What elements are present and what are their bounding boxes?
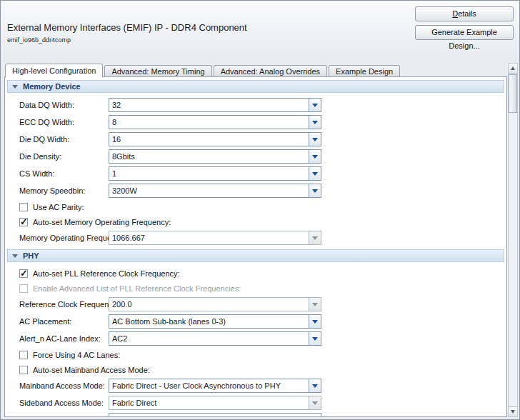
checkbox-label: Auto-set Mainband Access Mode:	[33, 366, 150, 374]
tab-advanced-memory-timing[interactable]: Advanced: Memory Timing	[104, 65, 211, 77]
section-header-memory-device[interactable]: Memory Device	[7, 80, 504, 93]
ac-placement-row: AC Placement: AC Bottom Sub-bank (lanes …	[19, 313, 506, 330]
checkbox-label: Use AC Parity:	[33, 203, 84, 211]
details-button[interactable]: Details	[415, 6, 514, 21]
section-phy: PHY Auto-set PLL Reference Clock Frequen…	[5, 249, 506, 417]
sideband-access-mode-dropdown: Fabric Direct	[109, 396, 321, 410]
combo-value[interactable]: 1	[109, 166, 309, 181]
die-dq-width-row: Die DQ Width: 16	[19, 131, 506, 148]
combo-value: 200.0	[109, 297, 309, 311]
chevron-down-icon[interactable]	[309, 331, 321, 346]
mainband-access-mode-row: Mainband Access Mode: Fabric Direct - Us…	[19, 377, 506, 394]
force-using-4-ac-lanes-checkbox[interactable]	[19, 351, 28, 359]
auto-set-pll-reference-clock-frequency-checkbox[interactable]	[19, 269, 28, 278]
vertical-scrollbar[interactable]	[508, 63, 518, 417]
section-memory-device: Memory Device Data DQ Width: 32 ECC DQ W…	[5, 80, 506, 246]
combo-value[interactable]: 8	[109, 115, 309, 129]
chevron-down-icon[interactable]	[309, 166, 321, 181]
chevron-down-icon[interactable]	[309, 98, 321, 112]
use-ac-parity-checkbox[interactable]	[19, 203, 28, 211]
memory-operating-frequency-dropdown: 1066.667	[109, 231, 321, 245]
tab-content: Memory Device Data DQ Width: 32 ECC DQ W…	[4, 76, 507, 417]
field-label: ECC DQ Width:	[19, 118, 109, 126]
chevron-down-icon[interactable]	[309, 132, 321, 146]
die-dq-width-dropdown[interactable]: 16	[109, 132, 321, 146]
pin-swizzle-map-input[interactable]	[109, 413, 321, 417]
mainband-access-mode-dropdown[interactable]: Fabric Direct - User Clock Asynchronous …	[109, 379, 321, 393]
header: External Memory Interfaces (EMIF) IP - D…	[1, 1, 519, 62]
auto-set-pll-reference-clock-frequency-row: Auto-set PLL Reference Clock Frequency:	[19, 266, 506, 281]
die-density-dropdown[interactable]: 8Gbits	[109, 149, 321, 164]
field-label: Memory Speedbin:	[19, 186, 109, 195]
combo-value[interactable]: 32	[109, 98, 309, 112]
field-label: Data DQ Width:	[19, 101, 109, 109]
auto-set-mainband-access-mode-checkbox[interactable]	[19, 366, 28, 374]
alert-n-ac-lane-index-dropdown[interactable]: AC2	[109, 331, 321, 346]
section-body: Auto-set PLL Reference Clock Frequency: …	[5, 264, 506, 417]
scroll-down-button[interactable]	[509, 406, 517, 416]
page-title: External Memory Interfaces (EMIF) IP - D…	[7, 22, 247, 33]
combo-value[interactable]: AC2	[109, 331, 309, 346]
collapse-icon	[12, 254, 18, 258]
cs-width-row: CS Width: 1	[19, 165, 506, 182]
chevron-down-icon[interactable]	[309, 314, 321, 329]
section-title: Memory Device	[23, 82, 81, 91]
field-label: Mainband Access Mode:	[19, 381, 109, 390]
tab-panel: High-level Configuration Advanced: Memor…	[4, 63, 507, 417]
tab-advanced-analog-overrides[interactable]: Advanced: Analog Overrides	[214, 65, 327, 77]
generate-example-design-button[interactable]: Generate Example Design...	[415, 25, 514, 40]
cs-width-dropdown[interactable]: 1	[109, 166, 321, 181]
data-dq-width-dropdown[interactable]: 32	[109, 98, 321, 112]
chevron-down-icon[interactable]	[309, 184, 321, 198]
instance-name: emif_io96b_ddr4comp	[7, 36, 71, 44]
enable-advanced-pll-list-checkbox	[19, 284, 28, 293]
ac-placement-dropdown[interactable]: AC Bottom Sub-bank (lanes 0-3)	[109, 314, 321, 329]
tab-high-level-configuration[interactable]: High-level Configuration	[5, 64, 103, 78]
field-label: Memory Operating Frequency:	[19, 234, 109, 242]
force-using-4-ac-lanes-row: Force Using 4 AC Lanes:	[19, 347, 506, 362]
checkbox-label: Force Using 4 AC Lanes:	[33, 351, 120, 359]
scrollbar-thumb[interactable]	[509, 74, 517, 113]
chevron-down-icon	[309, 297, 321, 311]
section-title: PHY	[23, 251, 39, 260]
field-label: Alert_n AC-Lane Index:	[19, 334, 109, 343]
ecc-dq-width-dropdown[interactable]: 8	[109, 115, 321, 129]
scroll-up-button[interactable]	[509, 64, 517, 74]
ecc-dq-width-row: ECC DQ Width: 8	[19, 114, 506, 131]
memory-operating-frequency-row: Memory Operating Frequency: 1066.667	[19, 229, 506, 246]
tab-bar: High-level Configuration Advanced: Memor…	[4, 63, 507, 77]
chevron-down-icon	[309, 396, 321, 410]
auto-set-memory-operating-frequency-row: Auto-set Memory Operating Frequency:	[19, 214, 506, 229]
field-label: Reference Clock Frequency:	[19, 300, 109, 309]
auto-set-memory-operating-frequency-checkbox[interactable]	[19, 218, 28, 226]
arrow-up-icon	[511, 66, 515, 70]
checkbox-label: Enable Advanced List of PLL Reference Cl…	[33, 284, 241, 293]
combo-value[interactable]: 16	[109, 132, 309, 146]
tab-example-design[interactable]: Example Design	[329, 65, 400, 77]
data-dq-width-row: Data DQ Width: 32	[19, 96, 506, 114]
field-label: Die Density:	[19, 152, 109, 161]
auto-set-mainband-access-mode-row: Auto-set Mainband Access Mode:	[19, 362, 506, 377]
combo-value[interactable]: 8Gbits	[109, 149, 309, 164]
sideband-access-mode-row: Sideband Access Mode: Fabric Direct	[19, 394, 506, 411]
combo-value: 1066.667	[109, 231, 309, 245]
combo-value[interactable]: 3200W	[109, 184, 309, 198]
field-label: Pin Swizzle Map:	[19, 416, 109, 417]
checkbox-label: Auto-set Memory Operating Frequency:	[33, 218, 171, 226]
memory-speedbin-dropdown[interactable]: 3200W	[109, 184, 321, 198]
reference-clock-frequency-dropdown: 200.0	[109, 297, 321, 311]
alert-n-ac-lane-index-row: Alert_n AC-Lane Index: AC2	[19, 330, 506, 347]
collapse-icon	[12, 85, 18, 89]
emif-parameter-editor-window: External Memory Interfaces (EMIF) IP - D…	[0, 0, 520, 420]
combo-value[interactable]: Fabric Direct - User Clock Asynchronous …	[109, 379, 309, 393]
section-header-phy[interactable]: PHY	[7, 249, 504, 262]
chevron-down-icon[interactable]	[309, 115, 321, 129]
use-ac-parity-row: Use AC Parity:	[19, 199, 506, 214]
checkbox-label: Auto-set PLL Reference Clock Frequency:	[33, 269, 180, 278]
chevron-down-icon[interactable]	[309, 379, 321, 393]
combo-value[interactable]: AC Bottom Sub-bank (lanes 0-3)	[109, 314, 309, 329]
arrow-down-icon	[511, 410, 515, 414]
combo-value: Fabric Direct	[109, 396, 309, 410]
chevron-down-icon[interactable]	[309, 149, 321, 164]
chevron-down-icon	[309, 231, 321, 245]
